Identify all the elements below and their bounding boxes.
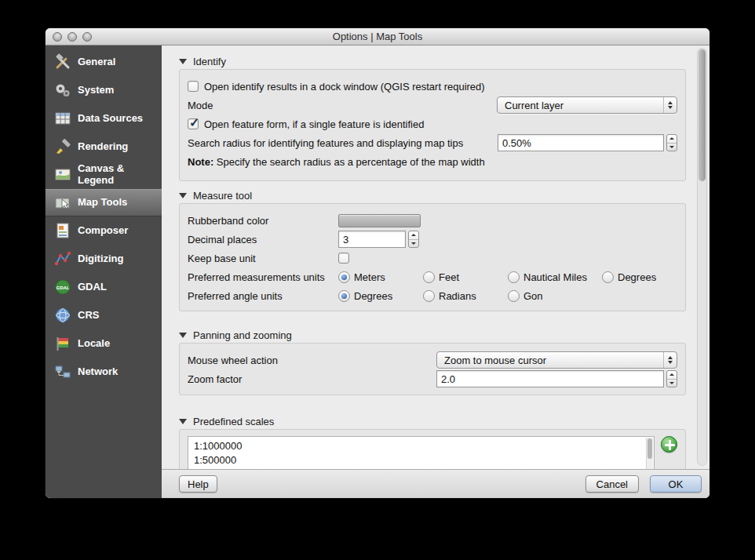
help-button[interactable]: Help bbox=[179, 475, 217, 493]
flag-icon bbox=[53, 334, 72, 353]
section-header-scales[interactable]: Predefined scales bbox=[179, 416, 686, 427]
decimal-places-label: Decimal places bbox=[188, 234, 338, 245]
mouse-wheel-dropdown-value: Zoom to mouse cursor bbox=[444, 355, 546, 366]
scales-list-scrollbar[interactable] bbox=[646, 438, 653, 469]
zoom-factor-stepper[interactable] bbox=[666, 370, 677, 387]
search-radius-label: Search radius for identifying features a… bbox=[188, 137, 498, 149]
disclosure-triangle-icon bbox=[179, 333, 187, 338]
radio-meters[interactable]: Meters bbox=[338, 271, 423, 283]
sidebar-item-rendering[interactable]: Rendering bbox=[46, 133, 162, 161]
window-title: Options | Map Tools bbox=[46, 31, 709, 42]
radio-radians[interactable]: Radians bbox=[423, 290, 508, 302]
cancel-button[interactable]: Cancel bbox=[585, 475, 639, 493]
search-radius-note: Note: Specify the search radius as a per… bbox=[188, 153, 677, 170]
identify-group: Open identify results in a dock window (… bbox=[179, 69, 686, 181]
section-header-measure[interactable]: Measure tool bbox=[179, 190, 686, 202]
measure-units-label: Preferred measurements units bbox=[188, 271, 338, 283]
dock-window-label: Open identify results in a dock window (… bbox=[204, 81, 485, 93]
sidebar-item-network[interactable]: Network bbox=[46, 358, 162, 386]
titlebar[interactable]: Options | Map Tools bbox=[46, 28, 709, 45]
add-scale-button[interactable] bbox=[661, 436, 677, 453]
panning-group: Mouse wheel action Zoom to mouse cursor … bbox=[179, 343, 686, 395]
popup-arrows-icon bbox=[663, 97, 677, 113]
map-cursor-icon bbox=[53, 194, 72, 213]
dock-window-checkbox[interactable] bbox=[188, 81, 199, 92]
composer-icon bbox=[53, 221, 72, 240]
disclosure-triangle-icon bbox=[179, 193, 187, 198]
options-window: Options | Map Tools General System Data … bbox=[46, 28, 709, 498]
section-header-identify[interactable]: Identify bbox=[179, 56, 686, 67]
mode-label: Mode bbox=[188, 100, 497, 111]
minimize-button[interactable] bbox=[67, 32, 77, 42]
canvas-icon bbox=[53, 165, 72, 184]
radio-gon[interactable]: Gon bbox=[508, 290, 543, 302]
popup-arrows-icon bbox=[663, 352, 677, 368]
radio-degrees-units[interactable]: Degrees bbox=[602, 271, 656, 283]
disclosure-triangle-icon bbox=[179, 419, 187, 424]
keep-base-unit-label: Keep base unit bbox=[188, 253, 338, 264]
digitizing-icon bbox=[53, 249, 72, 268]
keep-base-unit-checkbox[interactable] bbox=[338, 253, 349, 264]
radio-icon bbox=[423, 290, 435, 302]
close-button[interactable] bbox=[53, 32, 62, 42]
gears-icon bbox=[53, 81, 72, 100]
radio-icon bbox=[338, 290, 350, 302]
sidebar-item-composer[interactable]: Composer bbox=[46, 216, 162, 245]
button-bar: Help Cancel OK bbox=[162, 469, 709, 498]
scale-list-item[interactable]: 1:500000 bbox=[194, 453, 648, 467]
sidebar-item-canvas-legend[interactable]: Canvas & Legend bbox=[46, 161, 162, 189]
brush-icon bbox=[53, 137, 72, 156]
vertical-scrollbar[interactable] bbox=[697, 48, 707, 466]
feature-form-checkbox[interactable] bbox=[188, 118, 199, 129]
sidebar-item-gdal[interactable]: GDAL GDAL bbox=[46, 273, 162, 301]
radio-degrees-angle[interactable]: Degrees bbox=[338, 290, 423, 302]
feature-form-label: Open feature form, if a single feature i… bbox=[204, 118, 424, 130]
zoom-factor-input[interactable] bbox=[436, 370, 664, 387]
sidebar: General System Data Sources Rendering Ca… bbox=[46, 45, 162, 498]
content-pane: Identify Open identify results in a dock… bbox=[162, 45, 709, 498]
gdal-icon: GDAL bbox=[53, 278, 72, 296]
sidebar-item-crs[interactable]: CRS bbox=[46, 301, 162, 329]
window-controls bbox=[53, 32, 92, 42]
scroll-area: Identify Open identify results in a dock… bbox=[162, 45, 709, 469]
network-icon bbox=[53, 362, 72, 381]
radio-icon bbox=[423, 271, 435, 283]
mouse-wheel-label: Mouse wheel action bbox=[188, 355, 436, 366]
search-radius-input[interactable] bbox=[498, 134, 664, 151]
sidebar-item-system[interactable]: System bbox=[46, 76, 162, 104]
sidebar-item-general[interactable]: General bbox=[46, 48, 162, 76]
rubberband-color-label: Rubberband color bbox=[188, 215, 338, 227]
globe-icon bbox=[53, 306, 72, 325]
mode-dropdown[interactable]: Current layer bbox=[497, 96, 677, 114]
predefined-scales-list[interactable]: 1:1000000 1:500000 bbox=[188, 436, 655, 469]
ok-button[interactable]: OK bbox=[650, 475, 702, 493]
scales-group: 1:1000000 1:500000 bbox=[179, 429, 686, 469]
scale-list-item[interactable]: 1:1000000 bbox=[194, 438, 648, 453]
sidebar-item-digitizing[interactable]: Digitizing bbox=[46, 245, 162, 273]
mouse-wheel-dropdown[interactable]: Zoom to mouse cursor bbox=[436, 351, 677, 369]
radio-icon bbox=[508, 290, 520, 302]
scrollbar-thumb[interactable] bbox=[698, 49, 706, 181]
angle-units-label: Preferred angle units bbox=[188, 290, 338, 302]
decimal-places-input[interactable] bbox=[338, 231, 406, 248]
svg-text:GDAL: GDAL bbox=[57, 285, 70, 290]
rubberband-color-well[interactable] bbox=[338, 214, 421, 227]
sidebar-item-data-sources[interactable]: Data Sources bbox=[46, 104, 162, 133]
sidebar-item-locale[interactable]: Locale bbox=[46, 329, 162, 358]
zoom-factor-label: Zoom factor bbox=[188, 373, 436, 385]
tools-icon bbox=[53, 53, 72, 71]
radio-icon bbox=[602, 271, 614, 283]
mode-dropdown-value: Current layer bbox=[505, 100, 564, 111]
radio-icon bbox=[338, 271, 350, 283]
sidebar-item-map-tools[interactable]: Map Tools bbox=[46, 189, 162, 216]
decimal-places-stepper[interactable] bbox=[408, 231, 419, 248]
section-header-panning[interactable]: Panning and zooming bbox=[179, 329, 686, 341]
disclosure-triangle-icon bbox=[179, 59, 187, 64]
table-icon bbox=[53, 109, 72, 128]
radio-feet[interactable]: Feet bbox=[423, 271, 508, 283]
radio-icon bbox=[508, 271, 520, 283]
zoom-button[interactable] bbox=[82, 32, 92, 42]
search-radius-stepper[interactable] bbox=[666, 134, 677, 151]
measure-group: Rubberband color Decimal places Keep bas… bbox=[179, 203, 686, 311]
radio-nautical-miles[interactable]: Nautical Miles bbox=[508, 271, 602, 283]
